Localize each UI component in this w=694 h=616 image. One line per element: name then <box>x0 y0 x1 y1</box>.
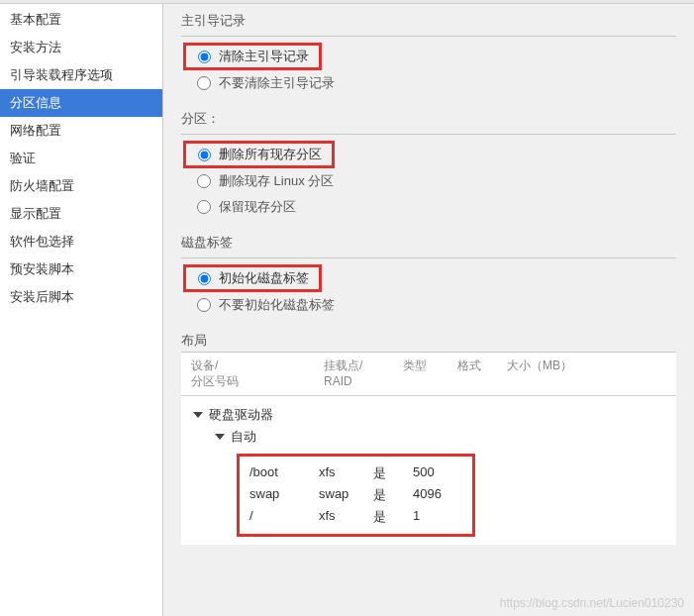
table-header: 设备/ 分区号码 挂载点/ RAID 类型 格式 大小（MB） <box>181 353 676 396</box>
sidebar-item-label: 安装方法 <box>10 40 61 54</box>
sidebar-item-label: 引导装载程序选项 <box>10 67 113 82</box>
radio-disk-init[interactable] <box>198 272 211 285</box>
cell-size: 1 <box>413 508 462 526</box>
table-row[interactable]: /boot xfs 是 500 <box>249 462 462 484</box>
section-title-layout: 布局 <box>181 332 676 350</box>
cell-mount: / <box>249 508 319 526</box>
sidebar: 基本配置 安装方法 引导装载程序选项 分区信息 网络配置 验证 防火墙配置 显示… <box>0 4 163 616</box>
sidebar-item-display[interactable]: 显示配置 <box>0 200 162 228</box>
radio-disk-keep[interactable] <box>197 298 211 312</box>
sidebar-item-label: 安装后脚本 <box>10 289 74 304</box>
sidebar-item-label: 分区信息 <box>10 95 61 110</box>
sidebar-item-partition[interactable]: 分区信息 <box>0 89 162 117</box>
sidebar-item-label: 预安装脚本 <box>10 261 74 276</box>
tree-child-row[interactable]: 自动 <box>181 426 676 448</box>
sidebar-item-bootloader[interactable]: 引导装载程序选项 <box>0 61 162 89</box>
radio-row-disk-init[interactable]: 初始化磁盘标签 <box>183 264 322 292</box>
sidebar-item-basic[interactable]: 基本配置 <box>0 6 162 34</box>
radio-row-part-keep[interactable]: 保留现存分区 <box>181 194 676 220</box>
content-panel: 主引导记录 清除主引导记录 不要清除主引导记录 分区： 删除所有现存分区 <box>163 4 694 616</box>
sidebar-item-auth[interactable]: 验证 <box>0 145 162 172</box>
radio-label: 不要初始化磁盘标签 <box>219 296 335 314</box>
tree-child-label: 自动 <box>231 428 256 446</box>
radio-group-mbr: 清除主引导记录 不要清除主引导记录 <box>181 36 676 96</box>
section-title-disklabel: 磁盘标签 <box>181 234 676 252</box>
cell-format: 是 <box>373 464 413 482</box>
cell-size: 500 <box>413 464 462 482</box>
cell-type: xfs <box>319 508 373 526</box>
radio-group-partition: 删除所有现存分区 删除现存 Linux 分区 保留现存分区 <box>181 134 676 220</box>
radio-label: 不要清除主引导记录 <box>219 74 335 92</box>
sidebar-item-label: 验证 <box>10 151 36 165</box>
radio-label: 删除现存 Linux 分区 <box>219 172 334 190</box>
radio-row-disk-keep[interactable]: 不要初始化磁盘标签 <box>181 292 676 318</box>
cell-type: swap <box>319 486 373 504</box>
cell-size: 4096 <box>413 486 462 504</box>
th-device[interactable]: 设备/ 分区号码 <box>181 353 320 395</box>
partition-data-box: /boot xfs 是 500 swap swap 是 4096 / <box>237 454 475 537</box>
section-layout: 布局 设备/ 分区号码 挂载点/ RAID 类型 格式 大小（MB） 硬盘驱动器 <box>181 332 676 545</box>
th-size[interactable]: 大小（MB） <box>503 353 622 395</box>
layout-table: 设备/ 分区号码 挂载点/ RAID 类型 格式 大小（MB） 硬盘驱动器 自动 <box>181 352 676 545</box>
sidebar-item-packages[interactable]: 软件包选择 <box>0 228 162 256</box>
section-partition: 分区： 删除所有现存分区 删除现存 Linux 分区 保留现存分区 <box>181 110 676 220</box>
radio-part-keep[interactable] <box>197 200 211 214</box>
chevron-down-icon[interactable] <box>193 412 203 418</box>
th-mount[interactable]: 挂载点/ RAID <box>320 353 399 395</box>
sidebar-item-firewall[interactable]: 防火墙配置 <box>0 172 162 200</box>
radio-row-part-deletelinux[interactable]: 删除现存 Linux 分区 <box>181 168 676 194</box>
cell-type: xfs <box>319 464 373 482</box>
tree-root-label: 硬盘驱动器 <box>209 406 273 424</box>
section-title-partition: 分区： <box>181 110 676 128</box>
radio-label: 初始化磁盘标签 <box>219 269 309 287</box>
main-container: 基本配置 安装方法 引导装载程序选项 分区信息 网络配置 验证 防火墙配置 显示… <box>0 4 694 616</box>
radio-label: 删除所有现存分区 <box>219 146 322 163</box>
sidebar-item-network[interactable]: 网络配置 <box>0 117 162 145</box>
radio-part-deletelinux[interactable] <box>197 174 211 188</box>
radio-mbr-clear[interactable] <box>198 51 211 63</box>
section-mbr: 主引导记录 清除主引导记录 不要清除主引导记录 <box>181 12 676 96</box>
cell-format: 是 <box>373 508 413 526</box>
sidebar-item-install-method[interactable]: 安装方法 <box>0 34 162 61</box>
radio-group-disklabel: 初始化磁盘标签 不要初始化磁盘标签 <box>181 257 676 318</box>
section-title-mbr: 主引导记录 <box>181 12 676 30</box>
table-row[interactable]: / xfs 是 1 <box>249 506 462 528</box>
radio-row-mbr-keep[interactable]: 不要清除主引导记录 <box>181 70 676 96</box>
radio-label: 保留现存分区 <box>219 198 296 216</box>
section-disklabel: 磁盘标签 初始化磁盘标签 不要初始化磁盘标签 <box>181 234 676 318</box>
radio-label: 清除主引导记录 <box>219 48 309 65</box>
radio-row-mbr-clear[interactable]: 清除主引导记录 <box>183 43 322 70</box>
radio-mbr-keep[interactable] <box>197 76 211 90</box>
sidebar-item-preinstall[interactable]: 预安装脚本 <box>0 256 162 283</box>
radio-row-part-deleteall[interactable]: 删除所有现存分区 <box>183 141 335 168</box>
sidebar-item-label: 防火墙配置 <box>10 178 74 193</box>
cell-format: 是 <box>373 486 413 504</box>
table-row[interactable]: swap swap 是 4096 <box>249 484 462 506</box>
cell-mount: /boot <box>249 464 319 482</box>
th-format[interactable]: 格式 <box>453 353 503 395</box>
cell-mount: swap <box>249 486 319 504</box>
th-type[interactable]: 类型 <box>399 353 453 395</box>
tree-root-row[interactable]: 硬盘驱动器 <box>181 404 676 426</box>
sidebar-item-postinstall[interactable]: 安装后脚本 <box>0 283 162 311</box>
tree-body: 硬盘驱动器 自动 /boot xfs 是 500 <box>181 396 676 545</box>
radio-part-deleteall[interactable] <box>198 149 211 161</box>
sidebar-item-label: 显示配置 <box>10 206 61 221</box>
sidebar-item-label: 软件包选择 <box>10 234 74 249</box>
chevron-down-icon[interactable] <box>215 434 225 440</box>
sidebar-item-label: 基本配置 <box>10 12 61 27</box>
sidebar-item-label: 网络配置 <box>10 123 61 138</box>
